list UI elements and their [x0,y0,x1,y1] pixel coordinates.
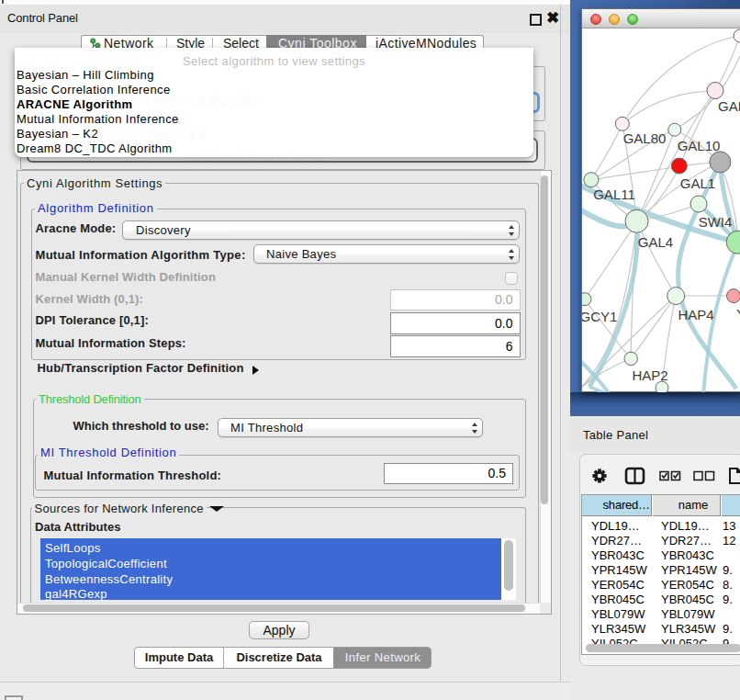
svg-text:GAL1: GAL1 [680,175,715,191]
svg-text:GAL10: GAL10 [678,138,721,153]
svg-text:HAP2: HAP2 [632,367,667,383]
svg-text:GAL4: GAL4 [638,234,673,250]
svg-text:GAL80: GAL80 [623,130,667,146]
svg-text:SWI4: SWI4 [699,214,733,230]
svg-text:GAL11: GAL11 [593,186,635,202]
svg-text:Y: Y [736,306,740,322]
svg-text:GAL: GAL [718,98,740,114]
svg-text:GCY1: GCY1 [582,309,617,324]
svg-text:HAP4: HAP4 [678,307,713,322]
